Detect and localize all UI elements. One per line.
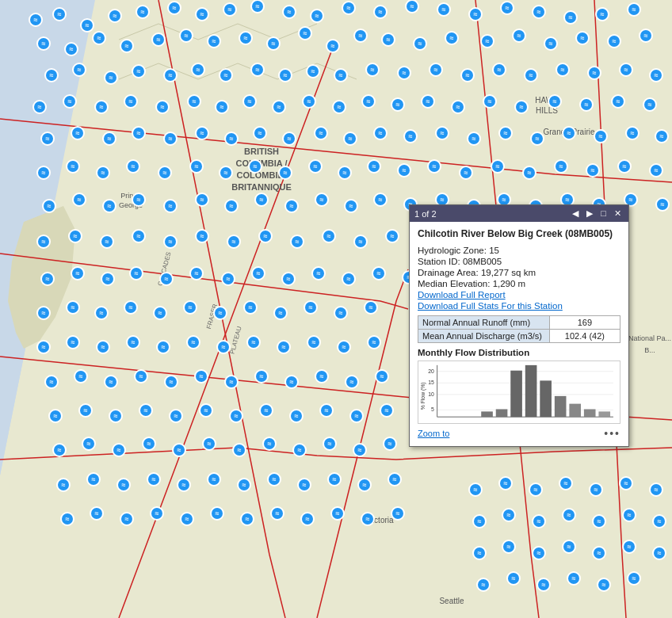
station-marker[interactable] [36, 166, 51, 180]
station-marker[interactable] [627, 571, 641, 586]
station-marker[interactable] [126, 335, 140, 349]
station-marker[interactable] [381, 32, 395, 47]
station-marker[interactable] [219, 166, 233, 180]
station-marker[interactable] [215, 100, 229, 114]
station-marker[interactable] [189, 266, 204, 280]
station-marker[interactable] [357, 478, 372, 492]
station-marker[interactable] [562, 540, 576, 554]
station-marker[interactable] [298, 26, 312, 40]
station-marker[interactable] [104, 71, 118, 85]
station-marker[interactable] [367, 159, 381, 174]
station-marker[interactable] [330, 506, 345, 521]
station-marker[interactable] [253, 126, 267, 140]
station-marker[interactable] [207, 34, 221, 48]
station-marker[interactable] [92, 31, 106, 45]
station-marker[interactable] [327, 472, 342, 486]
station-marker[interactable] [556, 63, 570, 77]
station-marker[interactable] [227, 235, 241, 249]
station-marker[interactable] [42, 199, 56, 213]
station-marker[interactable] [100, 235, 114, 249]
station-marker[interactable] [258, 229, 273, 243]
station-marker[interactable] [270, 506, 284, 521]
station-marker[interactable] [345, 375, 359, 389]
station-marker[interactable] [575, 31, 590, 45]
station-marker[interactable] [78, 403, 93, 418]
station-marker[interactable] [126, 159, 140, 174]
station-marker[interactable] [451, 100, 465, 114]
station-marker[interactable] [243, 300, 258, 315]
station-marker[interactable] [179, 29, 193, 43]
station-marker[interactable] [365, 63, 380, 77]
station-marker[interactable] [586, 163, 600, 177]
station-marker[interactable] [282, 132, 296, 146]
station-marker[interactable] [278, 68, 292, 82]
station-marker[interactable] [281, 272, 296, 286]
station-marker[interactable] [72, 193, 86, 207]
station-marker[interactable] [229, 409, 243, 423]
station-marker[interactable] [361, 512, 375, 526]
station-marker[interactable] [262, 437, 277, 451]
station-marker[interactable] [579, 97, 594, 112]
station-marker[interactable] [116, 478, 131, 492]
station-marker[interactable] [199, 403, 213, 418]
station-marker[interactable] [643, 97, 657, 112]
station-marker[interactable] [529, 483, 543, 497]
download-report-link[interactable]: Download Full Report [418, 290, 620, 299]
station-marker[interactable] [548, 94, 562, 109]
station-marker[interactable] [86, 472, 101, 486]
station-marker[interactable] [267, 472, 281, 486]
station-marker[interactable] [90, 506, 104, 521]
station-marker[interactable] [94, 100, 109, 114]
station-marker[interactable] [595, 7, 609, 21]
station-marker[interactable] [304, 300, 318, 315]
station-marker[interactable] [332, 100, 346, 114]
station-marker[interactable] [530, 132, 544, 146]
station-marker[interactable] [194, 369, 208, 383]
station-marker[interactable] [373, 126, 388, 140]
station-marker[interactable] [480, 34, 494, 48]
station-marker[interactable] [210, 506, 224, 521]
station-marker[interactable] [506, 571, 521, 586]
station-marker[interactable] [500, 1, 514, 15]
station-marker[interactable] [627, 2, 641, 17]
station-marker[interactable] [63, 94, 77, 109]
station-marker[interactable] [315, 369, 329, 383]
station-marker[interactable] [96, 166, 110, 180]
station-marker[interactable] [512, 29, 526, 43]
station-marker[interactable] [391, 506, 405, 521]
station-marker[interactable] [277, 340, 291, 354]
station-marker[interactable] [592, 514, 606, 528]
station-marker[interactable] [467, 132, 481, 146]
station-marker[interactable] [364, 300, 378, 315]
station-marker[interactable] [308, 159, 323, 174]
station-marker[interactable] [189, 159, 204, 174]
station-marker[interactable] [337, 340, 351, 354]
station-marker[interactable] [429, 63, 443, 77]
station-marker[interactable] [342, 1, 356, 15]
station-marker[interactable] [159, 272, 174, 286]
station-marker[interactable] [562, 508, 576, 522]
station-marker[interactable] [120, 512, 134, 526]
station-marker[interactable] [649, 163, 663, 177]
station-marker[interactable] [180, 512, 194, 526]
station-marker[interactable] [592, 546, 606, 560]
station-marker[interactable] [373, 5, 388, 19]
station-marker[interactable] [284, 199, 299, 213]
station-marker[interactable] [36, 340, 51, 354]
station-marker[interactable] [306, 64, 320, 78]
station-marker[interactable] [158, 166, 172, 180]
download-stats-link[interactable]: Download Full Stats For this Station [418, 301, 620, 311]
station-marker[interactable] [237, 478, 251, 492]
station-marker[interactable] [652, 546, 666, 560]
station-marker[interactable] [403, 129, 418, 143]
station-marker[interactable] [514, 100, 529, 114]
station-marker[interactable] [104, 375, 118, 389]
station-marker[interactable] [169, 409, 183, 423]
station-marker[interactable] [639, 29, 653, 43]
station-marker[interactable] [476, 578, 491, 592]
station-marker[interactable] [559, 476, 573, 490]
popup-close-button[interactable]: ✕ [612, 208, 624, 219]
station-marker[interactable] [445, 31, 459, 45]
popup-prev-button[interactable]: ◀ [570, 208, 581, 219]
station-marker[interactable] [652, 514, 666, 528]
